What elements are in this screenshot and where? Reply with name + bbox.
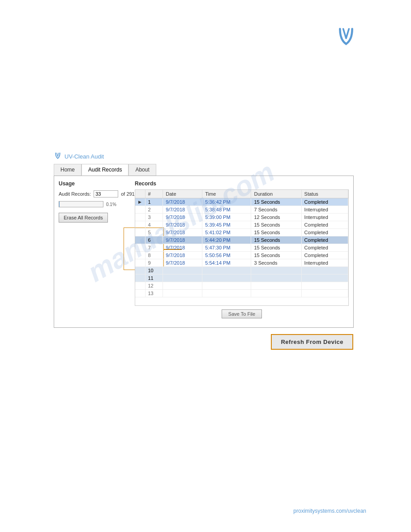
- tab-audit-records[interactable]: Audit Records: [81, 164, 128, 176]
- row-status: [301, 290, 348, 297]
- row-num: 5: [145, 229, 163, 236]
- row-num: 7: [145, 244, 163, 252]
- arrow-cell: [135, 275, 145, 282]
- row-status: Interrupted: [301, 206, 348, 214]
- audit-records-row: Audit Records: of 29120: [59, 190, 130, 197]
- table-row[interactable]: 89/7/20185:50:56 PM15 SecondsCompleted: [135, 252, 348, 259]
- row-status: [301, 267, 348, 275]
- table-header-row: # Date Time Duration Status: [135, 190, 348, 198]
- table-row[interactable]: 13: [135, 290, 348, 297]
- erase-all-records-button[interactable]: Erase All Records: [59, 213, 108, 223]
- row-status: Completed: [301, 198, 348, 206]
- row-num: 9: [145, 259, 163, 267]
- col-duration: Duration: [251, 190, 301, 198]
- table-row[interactable]: 29/7/20185:38:48 PM7 SecondsInterrupted: [135, 206, 348, 214]
- table-row[interactable]: 49/7/20185:39:45 PM15 SecondsCompleted: [135, 221, 348, 229]
- row-date: [163, 275, 202, 282]
- row-num: 8: [145, 252, 163, 259]
- arrow-cell: [135, 229, 145, 236]
- row-status: [301, 282, 348, 290]
- row-date: 9/7/2018: [163, 236, 202, 244]
- records-panel: Records # Date Time Duration Status: [135, 180, 349, 323]
- table-row[interactable]: 39/7/20185:39:00 PM12 SecondsInterrupted: [135, 214, 348, 221]
- row-duration: 15 Seconds: [251, 252, 301, 259]
- row-status: Completed: [301, 252, 348, 259]
- usage-title: Usage: [59, 180, 130, 187]
- app-container: UV-Clean Audit Home Audit Records About …: [54, 152, 354, 328]
- row-duration: [251, 267, 301, 275]
- table-row[interactable]: 69/7/20185:44:20 PM15 SecondsCompleted: [135, 236, 348, 244]
- audit-records-input[interactable]: [94, 190, 118, 197]
- app-title-logo-icon: [54, 152, 62, 160]
- row-time: 5:36:42 PM: [202, 198, 251, 206]
- app-title-text: UV-Clean Audit: [64, 153, 104, 160]
- col-time: Time: [202, 190, 251, 198]
- row-date: 9/7/2018: [163, 214, 202, 221]
- records-table-wrapper[interactable]: # Date Time Duration Status ▶19/7/20185:…: [135, 189, 349, 306]
- arrow-cell: [135, 259, 145, 267]
- row-num: 11: [145, 275, 163, 282]
- arrow-cell: ▶: [135, 198, 145, 206]
- row-duration: [251, 275, 301, 282]
- table-row[interactable]: 11: [135, 275, 348, 282]
- records-table: # Date Time Duration Status ▶19/7/20185:…: [135, 190, 348, 297]
- footer-link: proximitysystems.com/uvclean: [293, 508, 366, 514]
- tab-home[interactable]: Home: [54, 164, 81, 176]
- row-num: 10: [145, 267, 163, 275]
- table-row[interactable]: 79/7/20185:47:30 PM15 SecondsCompleted: [135, 244, 348, 252]
- row-date: 9/7/2018: [163, 206, 202, 214]
- uv-clean-logo-icon: [335, 27, 357, 49]
- records-title: Records: [135, 180, 349, 187]
- row-status: Interrupted: [301, 259, 348, 267]
- refresh-btn-container: Refresh From Device: [271, 334, 353, 350]
- row-num: 13: [145, 290, 163, 297]
- audit-records-label: Audit Records:: [59, 191, 91, 197]
- row-duration: [251, 290, 301, 297]
- arrow-cell: [135, 290, 145, 297]
- save-btn-container: Save To File: [135, 309, 349, 318]
- row-status: Completed: [301, 221, 348, 229]
- tab-about[interactable]: About: [128, 164, 156, 176]
- row-duration: 3 Seconds: [251, 259, 301, 267]
- row-time: 5:44:20 PM: [202, 236, 251, 244]
- row-date: 9/7/2018: [163, 198, 202, 206]
- row-date: 9/7/2018: [163, 252, 202, 259]
- row-num: 1: [145, 198, 163, 206]
- col-status: Status: [301, 190, 348, 198]
- row-date: [163, 282, 202, 290]
- records-tbody: ▶19/7/20185:36:42 PM15 SecondsCompleted2…: [135, 198, 348, 297]
- row-num: 2: [145, 206, 163, 214]
- arrow-cell: [135, 252, 145, 259]
- row-duration: 15 Seconds: [251, 229, 301, 236]
- arrow-cell: [135, 282, 145, 290]
- table-row[interactable]: ▶19/7/20185:36:42 PM15 SecondsCompleted: [135, 198, 348, 206]
- arrow-cell: [135, 267, 145, 275]
- row-duration: 15 Seconds: [251, 221, 301, 229]
- row-time: [202, 275, 251, 282]
- row-time: 5:50:56 PM: [202, 252, 251, 259]
- row-num: 12: [145, 282, 163, 290]
- arrow-cell: [135, 221, 145, 229]
- row-duration: [251, 282, 301, 290]
- table-row[interactable]: 99/7/20185:54:14 PM3 SecondsInterrupted: [135, 259, 348, 267]
- table-row[interactable]: 12: [135, 282, 348, 290]
- row-duration: 15 Seconds: [251, 244, 301, 252]
- progress-bar-container: [59, 201, 103, 207]
- row-duration: 12 Seconds: [251, 214, 301, 221]
- row-status: Interrupted: [301, 214, 348, 221]
- progress-row: 0.1%: [59, 199, 130, 209]
- row-num: 3: [145, 214, 163, 221]
- row-status: Completed: [301, 229, 348, 236]
- row-duration: 15 Seconds: [251, 236, 301, 244]
- row-time: [202, 282, 251, 290]
- row-duration: 15 Seconds: [251, 198, 301, 206]
- row-num: 6: [145, 236, 163, 244]
- table-row[interactable]: 59/7/20185:41:02 PM15 SecondsCompleted: [135, 229, 348, 236]
- refresh-from-device-button[interactable]: Refresh From Device: [271, 334, 353, 350]
- save-to-file-button[interactable]: Save To File: [222, 309, 262, 318]
- row-duration: 7 Seconds: [251, 206, 301, 214]
- table-row[interactable]: 10: [135, 267, 348, 275]
- col-date: Date: [163, 190, 202, 198]
- arrow-cell: [135, 206, 145, 214]
- row-date: 9/7/2018: [163, 244, 202, 252]
